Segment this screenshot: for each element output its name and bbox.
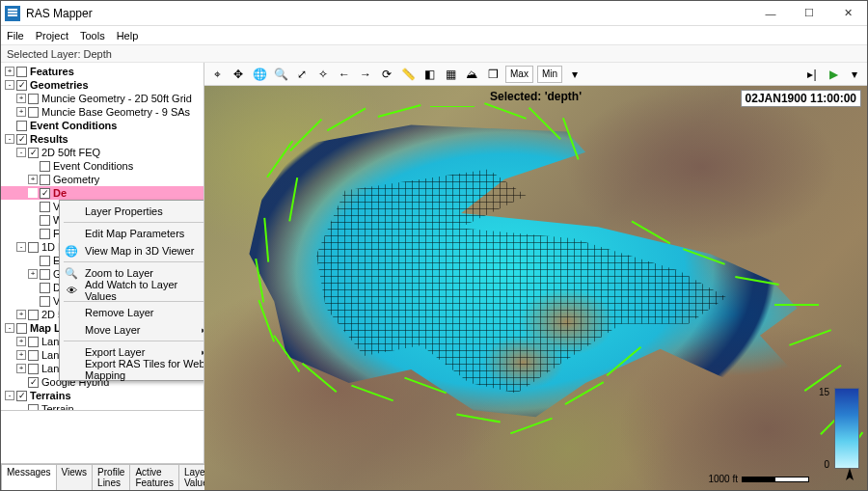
tree-node[interactable]: +Geometry bbox=[1, 173, 203, 186]
layer-label[interactable]: Results bbox=[30, 132, 68, 146]
pointer-icon[interactable]: ⌖ bbox=[208, 66, 226, 83]
layer-checkbox[interactable] bbox=[16, 80, 27, 91]
expand-icon[interactable]: + bbox=[5, 67, 14, 76]
forward-icon[interactable]: → bbox=[357, 66, 374, 83]
layer-label[interactable]: Geometry bbox=[53, 173, 99, 186]
window-maximize-button[interactable]: ☐ bbox=[790, 1, 828, 26]
layer-checkbox[interactable] bbox=[16, 134, 27, 145]
terrain-icon[interactable]: ⛰ bbox=[463, 66, 480, 83]
layer-label[interactable]: 2D 50ft FEQ bbox=[41, 146, 100, 159]
tree-node[interactable]: Terrain bbox=[1, 402, 203, 410]
ctx-layer-properties[interactable]: Layer Properties bbox=[60, 203, 203, 220]
ctx-add-watch-to-layer-values[interactable]: 👁Add Watch to Layer Values bbox=[60, 282, 203, 299]
collapse-icon[interactable]: - bbox=[5, 80, 14, 90]
ctx-export-ras-tiles-for-web-mapping[interactable]: Export RAS Tiles for Web Mapping bbox=[60, 361, 203, 378]
extent-icon[interactable]: ✧ bbox=[314, 66, 332, 83]
tree-node[interactable]: -Results bbox=[1, 132, 203, 146]
tree-node[interactable]: -Terrains bbox=[1, 389, 203, 402]
collapse-icon[interactable]: - bbox=[5, 323, 14, 333]
tree-node[interactable]: +Features bbox=[1, 65, 203, 78]
max-button[interactable]: Max bbox=[505, 66, 533, 83]
play-icon[interactable]: ▶ bbox=[825, 66, 842, 83]
layer-label[interactable]: Event Conditions bbox=[53, 159, 133, 173]
map-canvas[interactable]: Selected: 'depth' 02JAN1900 11:00:00 15 … bbox=[204, 86, 867, 490]
cube-icon[interactable]: ❒ bbox=[484, 66, 502, 83]
collapse-icon[interactable]: - bbox=[5, 134, 14, 144]
layer-checkbox[interactable] bbox=[40, 175, 50, 185]
collapse-icon[interactable]: - bbox=[16, 148, 26, 157]
ctx-view-map-in-3d-viewer[interactable]: 🌐View Map in 3D Viewer bbox=[60, 242, 203, 259]
expand-icon[interactable]: + bbox=[28, 175, 38, 184]
layer-checkbox[interactable] bbox=[28, 364, 39, 374]
layer-checkbox[interactable] bbox=[40, 269, 50, 280]
expand-icon[interactable]: + bbox=[16, 94, 26, 103]
ctx-edit-map-parameters[interactable]: Edit Map Parameters bbox=[60, 225, 203, 242]
fit-icon[interactable]: ⤢ bbox=[293, 66, 311, 83]
expand-icon[interactable]: + bbox=[16, 350, 26, 360]
mesh-icon[interactable]: ▦ bbox=[442, 66, 459, 83]
ctx-move-layer[interactable]: Move Layer▸ bbox=[60, 321, 203, 339]
layer-checkbox[interactable] bbox=[28, 350, 39, 361]
menu-project[interactable]: Project bbox=[36, 30, 68, 41]
layer-checkbox[interactable] bbox=[40, 202, 50, 212]
layer-checkbox[interactable] bbox=[28, 310, 39, 320]
layer-checkbox[interactable] bbox=[40, 229, 50, 239]
layer-checkbox[interactable] bbox=[40, 188, 50, 199]
layer-icon[interactable]: ◧ bbox=[420, 66, 438, 83]
layer-checkbox[interactable] bbox=[16, 391, 27, 401]
layer-label[interactable]: Event Conditions bbox=[30, 119, 117, 132]
expand-icon[interactable]: + bbox=[16, 337, 26, 346]
back-icon[interactable]: ← bbox=[336, 66, 353, 83]
layer-label[interactable]: Features bbox=[30, 65, 74, 78]
layer-label[interactable]: De bbox=[53, 186, 67, 200]
expand-icon[interactable]: + bbox=[16, 364, 26, 373]
refresh-icon[interactable]: ⟳ bbox=[378, 66, 395, 83]
layer-checkbox[interactable] bbox=[28, 94, 39, 104]
tab-profile-lines[interactable]: Profile Lines bbox=[92, 464, 130, 490]
collapse-icon[interactable]: - bbox=[5, 391, 14, 400]
min-button[interactable]: Min bbox=[537, 66, 562, 83]
window-minimize-button[interactable]: — bbox=[751, 1, 790, 26]
layer-tree[interactable]: +Features-Geometries+Muncie Geometry - 2… bbox=[1, 63, 203, 410]
menu-caret-icon[interactable]: ▾ bbox=[846, 66, 863, 83]
tree-node[interactable]: -2D 50ft FEQ bbox=[1, 146, 203, 159]
layer-checkbox[interactable] bbox=[28, 242, 39, 253]
layer-label[interactable]: Geometries bbox=[30, 78, 89, 92]
layer-context-menu[interactable]: Layer PropertiesEdit Map Parameters🌐View… bbox=[59, 200, 203, 381]
layer-label[interactable]: Terrain bbox=[41, 402, 74, 410]
layer-checkbox[interactable] bbox=[40, 256, 50, 266]
layer-checkbox[interactable] bbox=[16, 323, 27, 334]
layer-checkbox[interactable] bbox=[16, 121, 27, 131]
tree-node[interactable]: +Muncie Base Geometry - 9 SAs bbox=[1, 105, 203, 119]
layer-checkbox[interactable] bbox=[28, 337, 39, 347]
tree-node[interactable]: Event Conditions bbox=[1, 159, 203, 173]
tree-node[interactable]: +Muncie Geometry - 2D 50ft Grid bbox=[1, 92, 203, 105]
expand-icon[interactable]: + bbox=[16, 310, 26, 319]
globe-icon[interactable]: 🌐 bbox=[251, 66, 268, 83]
toolbar-dropdown-icon[interactable]: ▾ bbox=[566, 66, 583, 83]
expand-icon[interactable]: + bbox=[28, 269, 38, 279]
tab-messages[interactable]: Messages bbox=[1, 464, 57, 490]
zoom-icon[interactable]: 🔍 bbox=[272, 66, 289, 83]
layer-checkbox[interactable] bbox=[40, 215, 50, 226]
layer-label[interactable]: Muncie Base Geometry - 9 SAs bbox=[41, 105, 190, 119]
layer-label[interactable]: Terrains bbox=[30, 389, 71, 402]
tree-node[interactable]: De bbox=[1, 186, 203, 200]
ctx-remove-layer[interactable]: Remove Layer bbox=[60, 304, 203, 321]
window-close-button[interactable]: ✕ bbox=[828, 1, 867, 26]
layer-checkbox[interactable] bbox=[28, 404, 39, 411]
tab-active-features[interactable]: Active Features bbox=[129, 464, 178, 490]
layer-checkbox[interactable] bbox=[28, 107, 39, 118]
goto-end-icon[interactable]: ▸| bbox=[803, 66, 821, 83]
tree-node[interactable]: -Geometries bbox=[1, 78, 203, 92]
menu-tools[interactable]: Tools bbox=[80, 30, 105, 41]
expand-icon[interactable]: + bbox=[16, 107, 26, 117]
layer-checkbox[interactable] bbox=[40, 296, 50, 307]
pan-icon[interactable]: ✥ bbox=[230, 66, 247, 83]
layer-checkbox[interactable] bbox=[16, 67, 27, 77]
layer-checkbox[interactable] bbox=[28, 148, 39, 158]
menu-help[interactable]: Help bbox=[117, 30, 139, 41]
tab-views[interactable]: Views bbox=[56, 464, 94, 490]
collapse-icon[interactable]: - bbox=[16, 242, 26, 252]
layer-checkbox[interactable] bbox=[40, 283, 50, 293]
